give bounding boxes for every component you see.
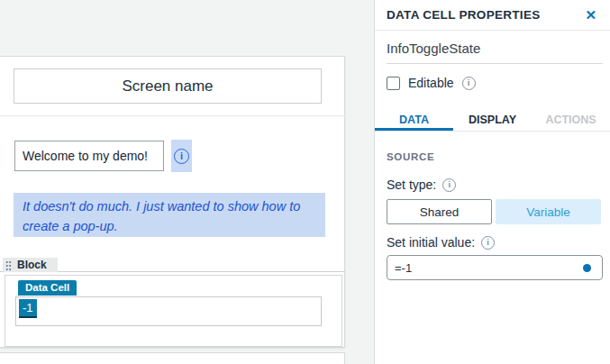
panel-header: DATA CELL PROPERTIES ✕ bbox=[375, 0, 610, 31]
variable-option-button[interactable]: Variable bbox=[496, 199, 601, 224]
set-type-label: Set type: bbox=[387, 177, 436, 192]
next-block-strip bbox=[0, 352, 345, 364]
block-tab-label: Block bbox=[17, 259, 47, 271]
editable-checkbox[interactable] bbox=[387, 77, 400, 90]
info-icon: i bbox=[174, 149, 189, 164]
data-cell-chip-label: Data Cell bbox=[25, 282, 69, 293]
drag-handle-icon[interactable] bbox=[5, 260, 12, 270]
screen-name-box[interactable]: Screen name bbox=[14, 68, 322, 104]
initial-value-input[interactable] bbox=[387, 255, 603, 280]
editable-label: Editable bbox=[408, 76, 454, 90]
block-tab[interactable]: Block bbox=[3, 258, 58, 272]
data-cell-chip[interactable]: Data Cell bbox=[18, 280, 77, 296]
editable-info-icon[interactable]: i bbox=[462, 77, 476, 90]
tab-data[interactable]: DATA bbox=[375, 110, 453, 131]
note-text: It doesn't do much. I just wanted to sho… bbox=[23, 199, 300, 233]
set-type-row: Set type: i bbox=[387, 177, 456, 192]
tab-display[interactable]: DISPLAY bbox=[453, 110, 532, 131]
data-cell-selected-value: -1 bbox=[19, 299, 37, 318]
screen-name-label: Screen name bbox=[122, 77, 213, 96]
source-section-heading: SOURCE bbox=[387, 151, 434, 162]
close-icon[interactable]: ✕ bbox=[583, 6, 598, 23]
set-initial-value-row: Set initial value: i bbox=[387, 235, 495, 250]
formula-indicator-dot[interactable] bbox=[583, 264, 591, 272]
editable-row: Editable i bbox=[387, 76, 476, 90]
set-type-segmented-control: Shared Variable bbox=[387, 199, 601, 224]
tab-actions: ACTIONS bbox=[532, 110, 610, 131]
set-type-info-icon[interactable]: i bbox=[442, 178, 456, 192]
shared-option-button[interactable]: Shared bbox=[387, 199, 492, 224]
panel-title: DATA CELL PROPERTIES bbox=[387, 8, 541, 22]
note-paragraph: It doesn't do much. I just wanted to sho… bbox=[14, 193, 325, 237]
initial-value-field-wrap bbox=[387, 255, 603, 280]
properties-panel: DATA CELL PROPERTIES ✕ Editable i DATA D… bbox=[374, 0, 610, 364]
cell-name-field[interactable] bbox=[387, 41, 603, 64]
set-initial-value-label: Set initial value: bbox=[387, 235, 475, 250]
panel-tabs: DATA DISPLAY ACTIONS bbox=[375, 110, 610, 132]
welcome-text-input[interactable] bbox=[14, 141, 164, 171]
set-initial-value-info-icon[interactable]: i bbox=[481, 236, 495, 250]
data-cell-input[interactable]: -1 bbox=[15, 296, 322, 326]
canvas-divider bbox=[0, 115, 345, 116]
app-window: Screen name i It doesn't do much. I just… bbox=[0, 0, 610, 364]
info-toggle-button[interactable]: i bbox=[171, 140, 192, 172]
